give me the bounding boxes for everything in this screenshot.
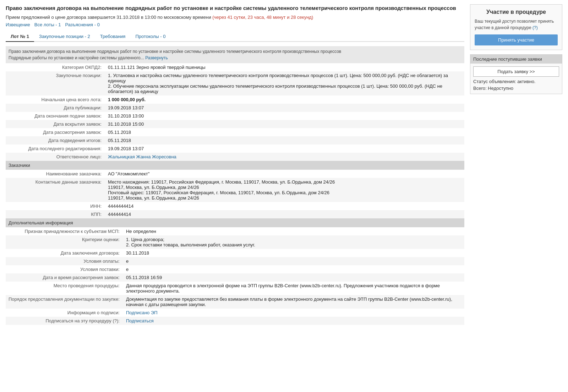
tab-lot1[interactable]: Лот № 1: [6, 32, 34, 42]
contract-date-label: Дата заключения договора:: [6, 249, 123, 257]
status-text: Статус объявления: активно.: [473, 79, 559, 84]
payment-conditions-value: е: [123, 257, 464, 265]
start-price-value: 1 000 000,00 руб.: [105, 96, 464, 104]
sidebar: Участие в процедуре Ваш текущий доступ п…: [470, 4, 562, 325]
doc-order-label: Порядок предоставления документации по з…: [6, 295, 123, 309]
responsible-label: Ответственное лицо:: [6, 153, 105, 161]
end-date-value: 31.10.2018 13:00: [105, 112, 464, 120]
nav-links: Извещение Все лоты - 1 Разъяснения - 0: [6, 22, 464, 27]
contract-date-value: 30.11.2018: [123, 249, 464, 257]
category-value: 01.11.11.121 Зерно яровой твердой пшениц…: [105, 63, 464, 71]
cust-name-label: Наименование заказчика:: [6, 170, 105, 178]
deadline-text: Прием предложений о цене договора заверш…: [6, 15, 464, 20]
review-datetime-value: 05.11.2018 16:59: [123, 273, 464, 282]
additional-info-table: Признак принадлежности к субъектам МСП: …: [6, 227, 464, 325]
subscribe-label: Подписаться на эту процедуру (?):: [6, 317, 123, 325]
signature-info-label: Информация о подписи:: [6, 309, 123, 317]
procedure-place-label: Место проведения процедуры:: [6, 282, 123, 295]
question-mark-link[interactable]: (?): [532, 25, 538, 30]
tab-purchase-positions[interactable]: Закупочные позиции - 2: [34, 32, 95, 42]
criteria-label: Критерии оценки:: [6, 235, 123, 249]
total-text: Всего: Недоступно: [473, 86, 559, 91]
cust-contact-value: Место нахождения: 119017, Российская Фед…: [105, 178, 464, 202]
open-date-value: 31.10.2018 15:00: [105, 120, 464, 128]
subscribe-value: Подписаться: [123, 317, 464, 325]
results-date-label: Дата подведения итогов:: [6, 136, 105, 145]
pub-date-value: 19.09.2018 13:07: [105, 104, 464, 112]
review-datetime-label: Дата и время рассмотрения заявок:: [6, 273, 123, 282]
start-price-label: Начальная цена всего лота:: [6, 96, 105, 104]
procedure-place-value: Данная процедура проводится в электронно…: [123, 282, 464, 295]
nav-link-all-lots[interactable]: Все лоты - 1: [34, 22, 61, 27]
tab-protocols[interactable]: Протоколы - 0: [130, 32, 170, 42]
pub-date-label: Дата публикации:: [6, 104, 105, 112]
nav-link-notice[interactable]: Извещение: [6, 22, 30, 27]
main-info-table: Категория ОКПД2: 01.11.11.121 Зерно яров…: [6, 63, 464, 161]
delivery-conditions-label: Условия поставки:: [6, 265, 123, 273]
cust-name-value: АО "Атомкомплект": [105, 170, 464, 178]
review-date-label: Дата рассмотрения заявок:: [6, 128, 105, 136]
last-edit-date-label: Дата последнего редактирования:: [6, 145, 105, 153]
msp-sign-label: Признак принадлежности к субъектам МСП:: [6, 227, 123, 235]
participate-button[interactable]: Принять участие: [475, 34, 558, 45]
last-edit-date-value: 19.09.2018 13:07: [105, 145, 464, 153]
positions-label: Закупочные позиции:: [6, 71, 105, 96]
sidebar-title: Участие в процедуре: [475, 9, 558, 15]
msp-sign-value: Не определен: [123, 227, 464, 235]
review-date-value: 05.11.2018: [105, 128, 464, 136]
open-date-label: Дата вскрытия заявок:: [6, 120, 105, 128]
kpp-value: 444444414: [105, 210, 464, 218]
participation-box: Участие в процедуре Ваш текущий доступ п…: [470, 4, 562, 50]
expand-link[interactable]: Развернуть: [145, 55, 168, 60]
delivery-conditions-value: е: [123, 265, 464, 273]
inn-value: 4444444414: [105, 202, 464, 210]
category-label: Категория ОКПД2:: [6, 63, 105, 71]
applications-box: Последние поступившие заявки Подать заяв…: [470, 54, 562, 94]
applications-body: Подать заявку >> Статус объявления: акти…: [470, 64, 562, 94]
results-date-value: 05.11.2018: [105, 136, 464, 145]
page-title: Право заключения договора на выполнение …: [6, 4, 464, 12]
inn-label: ИНН:: [6, 202, 105, 210]
cust-contact-label: Контактные данные заказчика:: [6, 178, 105, 202]
additional-info-section-header: Дополнительная информация: [6, 218, 464, 227]
submit-application-button[interactable]: Подать заявку >>: [473, 66, 559, 77]
criteria-value: 1. Цена договора; 2. Срок поставки товар…: [123, 235, 464, 249]
doc-order-value: Документация по закупке предоставляется …: [123, 295, 464, 309]
end-date-label: Дата окончания подачи заявок:: [6, 112, 105, 120]
tab-requirements[interactable]: Требования: [95, 32, 131, 42]
customers-table: Наименование заказчика: АО "Атомкомплект…: [6, 170, 464, 218]
customers-section-header: Заказчики: [6, 161, 464, 170]
sidebar-desc: Ваш текущий доступ позволяет принять уча…: [475, 18, 558, 31]
deadline-highlight: (через 41 сутки, 23 часа, 48 минут и 28 …: [212, 15, 313, 20]
last-applications-header: Последние поступившие заявки: [470, 55, 562, 64]
nav-link-clarifications[interactable]: Разъяснения - 0: [65, 22, 100, 27]
tabs: Лот № 1 Закупочные позиции - 2 Требовани…: [6, 32, 464, 42]
lot-description-box: Право заключения договора на выполнение …: [6, 46, 464, 63]
payment-conditions-label: Условия оплаты:: [6, 257, 123, 265]
signature-info-value: Подписано ЭП: [123, 309, 464, 317]
responsible-value: Жальницкая Жанна Жоресовна: [105, 153, 464, 161]
positions-value: 1. Установка и настройка системы удаленн…: [105, 71, 464, 96]
kpp-label: КПП:: [6, 210, 105, 218]
